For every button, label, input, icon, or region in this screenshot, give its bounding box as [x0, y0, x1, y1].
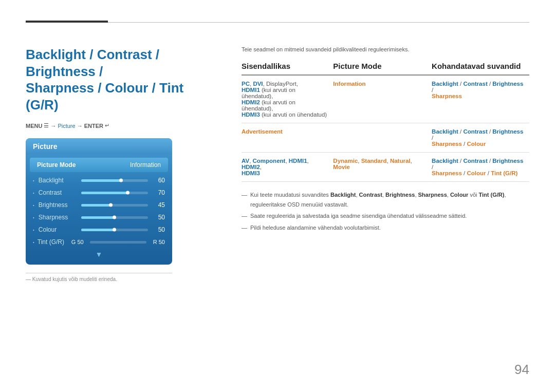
- picture-mode-row[interactable]: Picture Mode Information: [30, 158, 168, 172]
- note-1: ― Kui teete muudatusi suvandites Backlig…: [242, 190, 529, 209]
- table-row: Advertisement Backlight / Contrast / Bri…: [242, 123, 529, 153]
- features-table: Sisendallikas Picture Mode Kohandatavad …: [242, 60, 529, 182]
- picture-mode-label: Picture Mode: [37, 161, 76, 169]
- slider-sharpness-value: 50: [152, 214, 165, 221]
- picture-ui-box: Picture Picture Mode Information • Backl…: [26, 138, 172, 265]
- slider-colour-track[interactable]: [81, 229, 148, 231]
- enter-label: ENTER: [84, 123, 103, 129]
- menu-symbol: ☰: [44, 122, 49, 129]
- tint-r-value: R 50: [150, 239, 165, 245]
- menu-label: MENU: [26, 123, 42, 129]
- notes-section: ― Kui teete muudatusi suvandites Backlig…: [242, 190, 529, 233]
- slider-colour-label: Colour: [39, 226, 77, 233]
- slider-dot: •: [33, 178, 34, 183]
- arrow-2: →: [77, 123, 83, 129]
- tint-g-value: G 50: [71, 239, 87, 245]
- picture-mode-value: Information: [130, 161, 161, 169]
- source-cell-3: AV, Component, HDMI1, HDMI2, HDMI3: [242, 153, 333, 182]
- note-3-text: Pildi heleduse alandamine vähendab voolu…: [250, 223, 381, 233]
- col-header-source: Sisendallikas: [242, 60, 333, 75]
- slider-dot: •: [33, 228, 34, 232]
- mode-cell-2: [333, 123, 432, 153]
- tint-track[interactable]: [90, 241, 146, 244]
- slider-backlight-fill: [81, 179, 121, 182]
- note-dash: ―: [242, 223, 247, 233]
- slider-brightness-value: 45: [152, 201, 165, 209]
- kohand-1-sharpness: Sharpness: [432, 93, 462, 99]
- tint-dot: •: [33, 240, 34, 245]
- note-1-text: Kui teete muudatusi suvandites Backlight…: [250, 190, 529, 209]
- picture-box-title: Picture: [26, 138, 172, 155]
- kohand-2-colour: Colour: [467, 141, 486, 147]
- slider-backlight-value: 60: [152, 177, 165, 184]
- kohand-3-colour: Colour: [467, 170, 486, 176]
- slider-brightness[interactable]: • Brightness 45: [26, 199, 172, 211]
- slider-contrast[interactable]: • Contrast 70: [26, 186, 172, 199]
- slider-contrast-value: 70: [152, 189, 165, 196]
- source-hdmi3b: HDMI3: [242, 170, 260, 176]
- slider-dot: •: [33, 215, 34, 220]
- chevron-down-icon: ▼: [26, 248, 172, 258]
- right-intro-text: Teie seadmel on mitmeid suvandeid pildik…: [242, 46, 529, 52]
- slider-brightness-fill: [81, 204, 112, 207]
- mode-cell-1: Information: [333, 75, 432, 123]
- col-header-kohand: Kohandatavad suvandid: [432, 60, 529, 75]
- col-header-mode: Picture Mode: [333, 60, 432, 75]
- tint-label: Tint (G/R): [38, 238, 68, 246]
- slider-brightness-label: Brightness: [39, 201, 77, 209]
- slider-contrast-label: Contrast: [39, 189, 77, 196]
- footnote-image: Kuvatud kujutis võib mudeliti erineda.: [26, 273, 172, 282]
- top-rule-accent: [26, 21, 108, 23]
- kohand-1-line1: Backlight: [432, 81, 458, 87]
- mode-dynamic-etc: Dynamic: [333, 158, 358, 164]
- page-number: 94: [514, 362, 529, 378]
- source-hdmi1b: HDMI1: [289, 158, 307, 164]
- source-av: AV: [242, 158, 249, 164]
- source-hdmi2: HDMI2: [242, 99, 260, 105]
- slider-tint[interactable]: • Tint (G/R) G 50 R 50: [26, 236, 172, 248]
- menu-path: MENU ☰ → Picture → ENTER ↵: [26, 122, 216, 129]
- source-cell-1: PC, DVI, DisplayPort, HDMI1 (kui arvuti …: [242, 75, 333, 123]
- source-hdmi1: HDMI1: [242, 87, 260, 93]
- slider-colour-fill: [81, 229, 115, 231]
- note-2: ― Saate reguleerida ja salvestada iga se…: [242, 211, 529, 221]
- slider-colour-value: 50: [152, 226, 165, 233]
- note-3: ― Pildi heleduse alandamine vähendab voo…: [242, 223, 529, 233]
- slider-contrast-fill: [81, 192, 128, 194]
- table-row: AV, Component, HDMI1, HDMI2, HDMI3 Dynam…: [242, 153, 529, 182]
- table-row: PC, DVI, DisplayPort, HDMI1 (kui arvuti …: [242, 75, 529, 123]
- kohand-cell-1: Backlight / Contrast / Brightness / Shar…: [432, 75, 529, 123]
- kohand-3-backlight: Backlight: [432, 158, 458, 164]
- slider-backlight-track[interactable]: [81, 179, 148, 182]
- note-2-text: Saate reguleerida ja salvestada iga sead…: [250, 211, 467, 221]
- slider-dot: •: [33, 191, 34, 195]
- kohand-3-sharpness: Sharpness: [432, 170, 462, 176]
- source-dvi: DVI: [253, 81, 263, 87]
- mode-cell-3: Dynamic, Standard, Natural, Movie: [333, 153, 432, 182]
- slider-backlight[interactable]: • Backlight 60: [26, 174, 172, 186]
- mode-information: Information: [333, 81, 365, 87]
- source-hdmi2b: HDMI2: [242, 164, 260, 170]
- source-pc: PC: [242, 81, 250, 87]
- kohand-cell-2: Backlight / Contrast / Brightness / Shar…: [432, 123, 529, 153]
- kohand-2-sharpness: Sharpness: [432, 141, 462, 147]
- kohand-2-line1: Backlight: [432, 128, 458, 135]
- slider-sharpness[interactable]: • Sharpness 50: [26, 211, 172, 223]
- slider-sharpness-track[interactable]: [81, 216, 148, 219]
- source-advertisement: Advertisement: [242, 128, 283, 135]
- slider-backlight-label: Backlight: [39, 177, 77, 184]
- arrow-1: →: [50, 123, 56, 129]
- slider-colour[interactable]: • Colour 50: [26, 223, 172, 236]
- right-panel: Teie seadmel on mitmeid suvandeid pildik…: [216, 41, 529, 282]
- page-title: Backlight / Contrast / Brightness / Shar…: [26, 46, 216, 113]
- slider-brightness-track[interactable]: [81, 204, 148, 207]
- source-cell-2: Advertisement: [242, 123, 333, 153]
- picture-link: Picture: [58, 123, 75, 129]
- table-header: Sisendallikas Picture Mode Kohandatavad …: [242, 60, 529, 75]
- source-component: Component: [253, 158, 286, 164]
- source-hdmi3a: HDMI3: [242, 111, 260, 118]
- slider-contrast-track[interactable]: [81, 192, 148, 194]
- left-panel: Backlight / Contrast / Brightness / Shar…: [26, 41, 216, 282]
- slider-sharpness-label: Sharpness: [39, 214, 77, 221]
- kohand-cell-3: Backlight / Contrast / Brightness / Shar…: [432, 153, 529, 182]
